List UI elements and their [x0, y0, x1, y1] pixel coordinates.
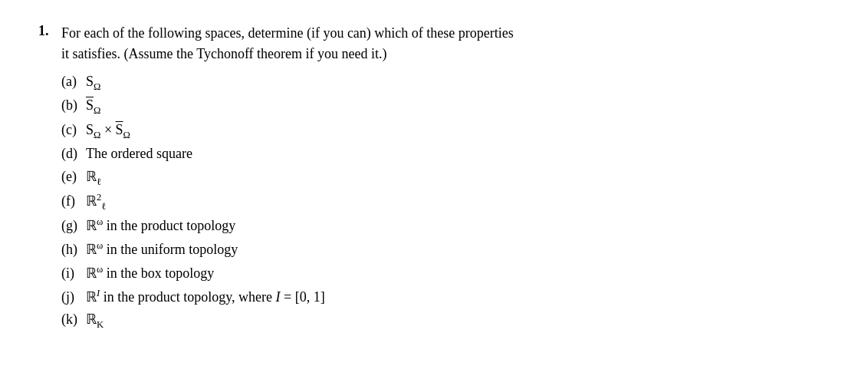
part-label-b: (b) [61, 94, 81, 117]
part-content-f: ℝ2ℓ [86, 190, 106, 214]
list-item: (f) ℝ2ℓ [61, 190, 837, 214]
part-content-j: ℝI in the product topology, where I = [0… [86, 285, 325, 309]
part-content-e: ℝℓ [86, 166, 101, 190]
part-label-h: (h) [61, 239, 81, 262]
part-content-a: SΩ [86, 71, 100, 94]
list-item: (a) SΩ [61, 71, 837, 94]
parts-list: (a) SΩ (b) SΩ (c) SΩ × SΩ (d) The ordere… [61, 71, 837, 333]
part-label-e: (e) [61, 166, 81, 189]
list-item: (i) ℝω in the box topology [61, 262, 837, 285]
part-label-a: (a) [61, 71, 81, 94]
part-content-k: ℝK [86, 308, 104, 332]
problem-number: 1. [38, 23, 61, 333]
part-label-k: (k) [61, 308, 81, 331]
list-item: (h) ℝω in the uniform topology [61, 238, 837, 262]
problem-intro: For each of the following spaces, determ… [61, 23, 837, 64]
part-label-d: (d) [61, 143, 81, 166]
part-content-h: ℝω in the uniform topology [86, 238, 238, 262]
part-content-b: SΩ [86, 94, 100, 118]
list-item: (c) SΩ × SΩ [61, 119, 837, 143]
part-content-d: The ordered square [86, 143, 192, 166]
part-label-i: (i) [61, 262, 81, 285]
intro-line2: it satisfies. (Assume the Tychonoff theo… [61, 46, 387, 61]
list-item: (j) ℝI in the product topology, where I … [61, 285, 837, 309]
list-item: (e) ℝℓ [61, 166, 837, 190]
part-label-j: (j) [61, 286, 81, 309]
intro-line1: For each of the following spaces, determ… [61, 25, 514, 41]
part-content-i: ℝω in the box topology [86, 262, 214, 285]
list-item: (g) ℝω in the product topology [61, 214, 837, 238]
part-label-g: (g) [61, 215, 81, 238]
list-item: (d) The ordered square [61, 143, 837, 166]
part-content-c: SΩ × SΩ [86, 119, 130, 143]
problem-container: 1. For each of the following spaces, det… [38, 23, 837, 333]
part-label-c: (c) [61, 119, 81, 142]
part-content-g: ℝω in the product topology [86, 214, 235, 238]
list-item: (k) ℝK [61, 308, 837, 332]
part-label-f: (f) [61, 190, 81, 213]
problem-content: For each of the following spaces, determ… [61, 23, 837, 333]
list-item: (b) SΩ [61, 94, 837, 118]
